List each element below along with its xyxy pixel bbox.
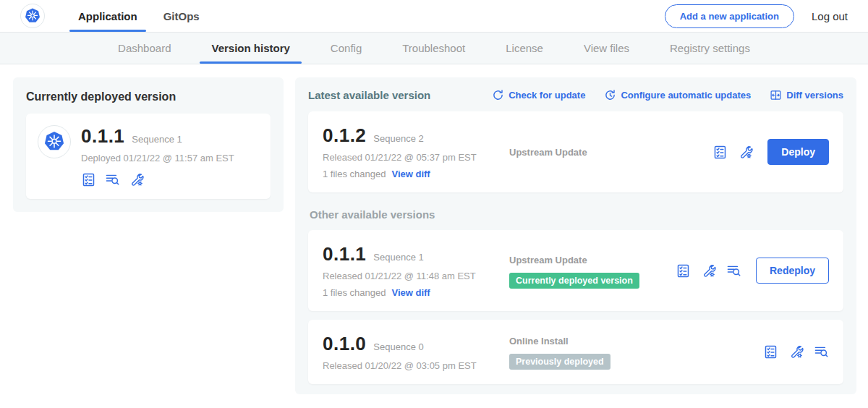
version-source: Upstream Update [509, 147, 587, 158]
version-sequence: Sequence 2 [373, 133, 423, 144]
version-number: 0.1.2 [323, 124, 366, 147]
config-checklist-icon[interactable] [81, 172, 96, 187]
add-application-button[interactable]: Add a new application [665, 4, 794, 28]
deploy-button[interactable]: Deploy [767, 139, 829, 165]
files-changed: 1 files changed [323, 169, 386, 179]
app-kubernetes-icon [38, 125, 71, 158]
logout-link[interactable]: Log out [812, 10, 848, 22]
currently-deployed-badge: Currently deployed version [509, 273, 639, 289]
version-number: 0.1.0 [323, 333, 366, 355]
view-files-icon[interactable] [726, 263, 741, 279]
troubleshoot-wrench-icon[interactable] [788, 344, 804, 360]
troubleshoot-wrench-icon[interactable] [701, 263, 716, 279]
view-files-icon[interactable] [105, 172, 120, 187]
diff-icon [770, 89, 782, 101]
refresh-icon [492, 89, 504, 101]
deployed-version-number: 0.1.1 [81, 125, 124, 148]
tab-application-label: Application [78, 10, 137, 22]
released-timestamp: Released 01/21/22 @ 11:48 am EST [323, 271, 509, 281]
deployed-sequence: Sequence 1 [132, 134, 182, 145]
deployed-version-card: 0.1.1 Sequence 1 Deployed 01/21/22 @ 11:… [26, 114, 271, 199]
redeploy-button[interactable]: Redeploy [756, 258, 829, 284]
version-source: Upstream Update [509, 255, 587, 265]
currently-deployed-panel: Currently deployed version 0.1.1 Sequenc… [13, 77, 284, 212]
version-source: Online Install [509, 336, 569, 347]
tab-application[interactable]: Application [65, 0, 150, 32]
tab-gitops-label: GitOps [163, 10, 200, 22]
top-bar: Application GitOps Add a new application… [0, 0, 868, 33]
version-sequence: Sequence 1 [373, 252, 423, 263]
subnav-version-history[interactable]: Version history [191, 33, 310, 64]
version-row-0-1-0: 0.1.0 Sequence 0 Released 01/20/22 @ 03:… [308, 320, 843, 384]
view-diff-link[interactable]: View diff [391, 287, 430, 298]
subnav-registry-settings[interactable]: Registry settings [650, 33, 770, 64]
clock-refresh-icon [604, 89, 616, 101]
page-subnav: Dashboard Version history Config Trouble… [0, 33, 868, 64]
version-number: 0.1.1 [323, 243, 366, 265]
view-diff-link[interactable]: View diff [391, 169, 430, 179]
config-checklist-icon[interactable] [763, 344, 778, 360]
view-files-icon[interactable] [814, 344, 829, 360]
config-checklist-icon[interactable] [676, 263, 691, 279]
files-changed: 1 files changed [323, 287, 386, 298]
subnav-dashboard[interactable]: Dashboard [98, 33, 191, 64]
released-timestamp: Released 01/20/22 @ 03:05 pm EST [323, 360, 509, 371]
subnav-view-files[interactable]: View files [563, 33, 650, 64]
released-timestamp: Released 01/21/22 @ 05:37 pm EST [323, 152, 509, 163]
subnav-troubleshoot[interactable]: Troubleshoot [382, 33, 485, 64]
subnav-license[interactable]: License [485, 33, 563, 64]
troubleshoot-wrench-icon[interactable] [738, 145, 753, 160]
app-tabs: Application GitOps [65, 0, 213, 32]
version-sequence: Sequence 0 [373, 341, 423, 352]
deployed-panel-title: Currently deployed version [26, 90, 271, 103]
latest-version-header: Latest available version [308, 89, 430, 101]
configure-automatic-updates-link[interactable]: Configure automatic updates [604, 89, 751, 101]
diff-versions-link[interactable]: Diff versions [770, 89, 843, 101]
other-versions-header: Other available versions [310, 208, 843, 221]
config-checklist-icon[interactable] [712, 145, 728, 160]
check-for-update-link[interactable]: Check for update [492, 89, 585, 101]
version-row-0-1-1: 0.1.1 Sequence 1 Released 01/21/22 @ 11:… [308, 230, 843, 311]
troubleshoot-wrench-icon[interactable] [129, 172, 144, 187]
subnav-config[interactable]: Config [310, 33, 382, 64]
version-row-0-1-2: 0.1.2 Sequence 2 Released 01/21/22 @ 05:… [308, 111, 843, 192]
tab-gitops[interactable]: GitOps [150, 0, 213, 32]
version-history-panel: Latest available version Check for updat… [295, 77, 856, 394]
kubernetes-logo-icon [20, 4, 45, 28]
deployed-timestamp: Deployed 01/21/22 @ 11:57 am EST [81, 153, 234, 163]
previously-deployed-badge: Previously deployed [509, 354, 610, 370]
